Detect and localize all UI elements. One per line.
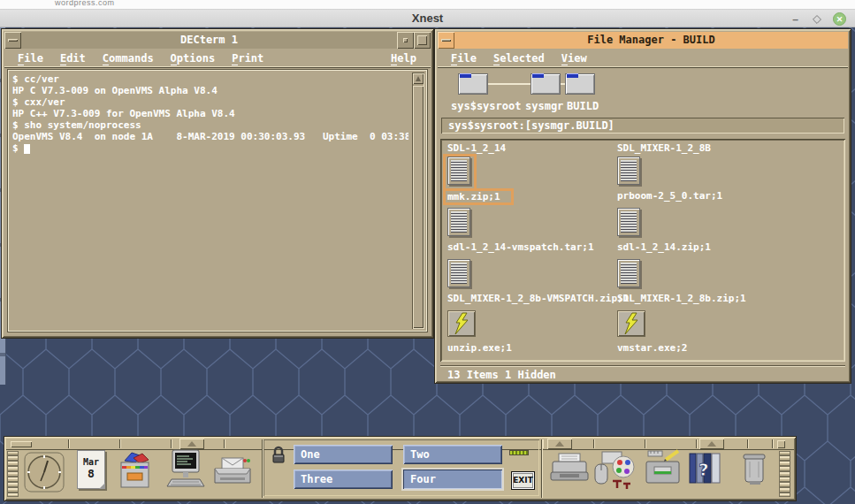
- document-icon: [617, 157, 640, 185]
- vertical-scrollbar[interactable]: [412, 73, 424, 329]
- menu-print[interactable]: Print: [232, 52, 263, 65]
- folder-icon[interactable]: [531, 73, 561, 95]
- desktop: DECterm 1 File Edit Commands Options Pri…: [0, 27, 855, 504]
- file-item[interactable]: SDL_MIXER-1_2_8b-VMSPATCH.zip;1: [447, 259, 629, 304]
- document-icon: [617, 208, 640, 236]
- file-item-selected[interactable]: mmk.zip;1: [447, 157, 470, 185]
- question-mark-glyph: ?: [699, 459, 709, 480]
- printer-icon[interactable]: [549, 453, 590, 488]
- subpanel-arrow-icon[interactable]: [179, 439, 204, 449]
- panel-handle-right[interactable]: [779, 451, 790, 497]
- workspace-button-three[interactable]: Three: [294, 470, 393, 489]
- path-connector: [488, 83, 531, 85]
- lock-icon[interactable]: [271, 446, 286, 469]
- decterm-titlebar[interactable]: DECterm 1: [4, 32, 431, 49]
- menu-commands[interactable]: Commands: [103, 52, 154, 65]
- decterm-menubar: File Edit Commands Options Print Help: [4, 49, 431, 68]
- mail-icon[interactable]: [211, 456, 254, 492]
- iconify-icon[interactable]: [397, 32, 414, 49]
- application-manager-icon[interactable]: [643, 449, 683, 492]
- executable-icon: [447, 310, 476, 337]
- filemanager-titlebar[interactable]: File Manager - BUILD: [438, 32, 848, 49]
- path-folder-label[interactable]: BUILD: [567, 100, 599, 112]
- executable-icon: [617, 310, 645, 337]
- panel-minimize-icon[interactable]: [777, 440, 785, 448]
- terminal-line: $ cc/ver: [12, 73, 408, 85]
- decterm-title: DECterm 1: [21, 32, 397, 49]
- trash-icon[interactable]: [742, 451, 768, 492]
- filemanager-window: File Manager - BUILD File Selected View …: [435, 29, 851, 383]
- window-menu-icon[interactable]: [438, 32, 454, 49]
- selection-outline: [443, 154, 477, 191]
- panel-handle-left[interactable]: [7, 451, 19, 497]
- workspace-switcher: One Two Three Four EXIT: [263, 439, 539, 496]
- file-item[interactable]: SDL_MIXER-1_2_8b.zip;1: [617, 259, 746, 304]
- file-item[interactable]: vmstar.exe;2: [617, 310, 687, 354]
- xnest-title: Xnest: [0, 11, 855, 25]
- panel-menu-icon[interactable]: [11, 441, 32, 447]
- subpanel-arrow-icon[interactable]: [699, 439, 724, 449]
- workspace-button-four[interactable]: Four: [403, 470, 502, 489]
- path-input[interactable]: sys$sysroot:[sysmgr.BUILD]: [441, 118, 844, 134]
- browser-remnant-strip: wordpress.com: [0, 0, 855, 10]
- terminal-line: $ cxx/ver: [12, 96, 408, 108]
- document-icon: [617, 259, 640, 287]
- menu-edit[interactable]: Edit: [60, 52, 86, 65]
- restore-icon[interactable]: [810, 12, 823, 26]
- file-list-area[interactable]: SDL-1_2_14 SDL_MIXER-1_2_8B mmk.zip;1 pr…: [440, 139, 845, 362]
- file-item[interactable]: sdl-1_2_14-vmspatch.tar;1: [447, 208, 594, 253]
- scroll-up-icon[interactable]: [413, 73, 424, 84]
- xnest-titlebar[interactable]: Xnest – ✕: [0, 10, 855, 27]
- terminal-line: $ sho system/noprocess: [12, 119, 408, 131]
- terminal-prompt: $: [12, 142, 408, 154]
- terminal-icon[interactable]: [165, 449, 206, 495]
- exit-button[interactable]: EXIT: [511, 471, 535, 490]
- front-panel: Mar 8: [4, 437, 796, 500]
- menu-view[interactable]: View: [561, 52, 587, 65]
- terminal-line: HP C++ V7.3-009 for OpenVMS Alpha V8.4: [12, 108, 408, 119]
- file-item[interactable]: SDL_MIXER-1_2_8B: [617, 142, 711, 154]
- folder-icon[interactable]: [565, 73, 595, 95]
- file-item[interactable]: SDL-1_2_14: [447, 142, 506, 154]
- window-menu-icon[interactable]: [4, 32, 21, 49]
- filemanager-menubar: File Selected View: [438, 49, 848, 68]
- busy-led-icon: [509, 450, 529, 455]
- screen: wordpress.com Xnest – ✕ DECterm 1: [0, 0, 855, 504]
- minimize-button[interactable]: –: [789, 12, 802, 26]
- path-folder-label[interactable]: sysmgr: [525, 100, 563, 112]
- document-icon: [447, 259, 470, 287]
- file-item[interactable]: unzip.exe;1: [447, 310, 512, 354]
- menu-help[interactable]: Help: [391, 52, 416, 65]
- terminal-output[interactable]: $ cc/ver HP C V7.3-009 on OpenVMS Alpha …: [8, 70, 427, 332]
- file-item[interactable]: sdl-1_2_14.zip;1: [617, 208, 711, 253]
- status-bar: 13 Items 1 Hidden: [440, 365, 845, 383]
- scrollbar-thumb[interactable]: [413, 86, 424, 328]
- workspace-button-two[interactable]: Two: [403, 445, 502, 464]
- browser-url-fragment: wordpress.com: [55, 0, 115, 7]
- subpanel-arrow-icon[interactable]: [547, 439, 572, 449]
- terminal-line: HP C V7.3-009 on OpenVMS Alpha V8.4: [12, 85, 408, 96]
- file-manager-icon[interactable]: [118, 450, 153, 494]
- calendar-icon[interactable]: Mar 8: [77, 450, 105, 489]
- file-item[interactable]: prboom-2_5_0.tar;1: [617, 157, 722, 202]
- menu-file[interactable]: File: [18, 52, 43, 65]
- filemanager-title: File Manager - BUILD: [454, 32, 848, 49]
- folder-icon[interactable]: [458, 73, 488, 95]
- path-folder-label[interactable]: sys$sysroot: [451, 100, 521, 112]
- help-icon[interactable]: ?: [687, 451, 724, 490]
- calendar-month: Mar: [78, 457, 104, 467]
- document-icon: [447, 208, 470, 236]
- close-icon[interactable]: ✕: [833, 12, 846, 26]
- text-cursor: [24, 144, 30, 154]
- menu-file[interactable]: File: [451, 52, 477, 65]
- terminal-text: $ cc/ver HP C V7.3-009 on OpenVMS Alpha …: [12, 73, 408, 328]
- menu-selected[interactable]: Selected: [493, 52, 545, 65]
- path-icon-bar: sys$sysroot sysmgr BUILD: [438, 68, 848, 116]
- decterm-window: DECterm 1 File Edit Commands Options Pri…: [2, 29, 433, 338]
- clock-icon[interactable]: [24, 452, 65, 496]
- style-manager-icon[interactable]: [593, 451, 637, 493]
- workspace-button-one[interactable]: One: [294, 445, 393, 464]
- maximize-icon[interactable]: [414, 32, 431, 49]
- menu-options[interactable]: Options: [171, 52, 216, 65]
- terminal-line: OpenVMS V8.4 on node 1A 8-MAR-2019 00:30…: [12, 131, 408, 142]
